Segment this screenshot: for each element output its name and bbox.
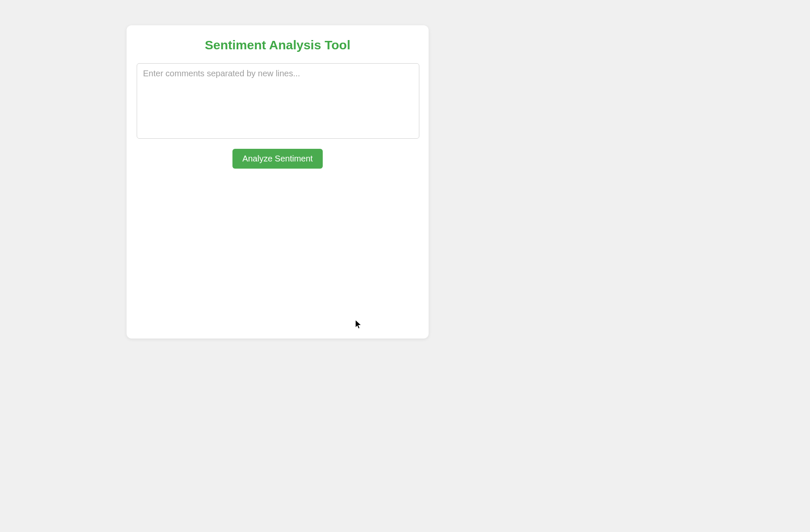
page-title: Sentiment Analysis Tool — [137, 38, 418, 52]
analyze-sentiment-button[interactable]: Analyze Sentiment — [232, 149, 323, 169]
comments-input[interactable] — [137, 63, 419, 139]
main-card: Sentiment Analysis Tool Analyze Sentimen… — [127, 25, 429, 339]
